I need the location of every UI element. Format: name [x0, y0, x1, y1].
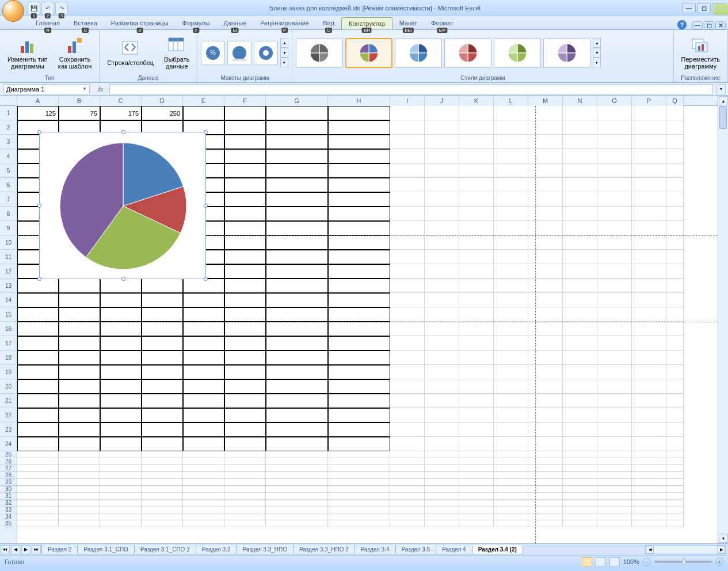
cell-B22[interactable]: [59, 408, 100, 422]
cell-J12[interactable]: [425, 264, 459, 279]
cell-M11[interactable]: [528, 250, 563, 264]
sheet-tab-9[interactable]: Раздел 3.4 (2): [472, 545, 523, 554]
cell-P18[interactable]: [632, 351, 666, 365]
cell-J30[interactable]: [425, 486, 459, 493]
cell-K31[interactable]: [459, 493, 494, 500]
cell-H17[interactable]: [328, 336, 390, 351]
cell-P26[interactable]: [632, 458, 666, 465]
cell-F9[interactable]: [224, 221, 266, 235]
cell-G7[interactable]: [266, 192, 328, 207]
cell-O30[interactable]: [597, 486, 632, 493]
cell-K9[interactable]: [459, 221, 494, 235]
tab-Данные[interactable]: ДанныеЫ: [216, 17, 253, 29]
cell-F33[interactable]: [224, 507, 266, 513]
cell-J17[interactable]: [425, 336, 459, 351]
cell-F12[interactable]: [224, 264, 266, 279]
row-header-3[interactable]: 3: [0, 135, 17, 149]
cell-O25[interactable]: [597, 451, 632, 458]
cell-E17[interactable]: [183, 336, 224, 351]
cell-G13[interactable]: [266, 279, 328, 293]
cell-K20[interactable]: [459, 379, 494, 394]
cell-Q28[interactable]: [666, 472, 684, 479]
cell-O16[interactable]: [597, 322, 632, 336]
cell-M29[interactable]: [528, 479, 563, 486]
cell-L35[interactable]: [494, 520, 528, 527]
cell-I6[interactable]: [390, 178, 425, 192]
cell-M14[interactable]: [528, 293, 563, 307]
view-page-break[interactable]: [609, 557, 620, 566]
row-header-11[interactable]: 11: [0, 250, 17, 264]
cell-B32[interactable]: [59, 500, 100, 507]
row-header-32[interactable]: 32: [0, 500, 17, 507]
sheet-tab-3[interactable]: Раздел 3.2: [196, 545, 237, 554]
cell-Q4[interactable]: [666, 149, 684, 163]
cell-G2[interactable]: [266, 120, 328, 135]
row-header-7[interactable]: 7: [0, 192, 17, 207]
col-header-I[interactable]: I: [390, 96, 425, 106]
cell-I15[interactable]: [390, 307, 425, 322]
row-header-24[interactable]: 24: [0, 437, 17, 451]
cell-N30[interactable]: [563, 486, 597, 493]
cell-H15[interactable]: [328, 307, 390, 322]
cell-L22[interactable]: [494, 408, 528, 422]
cell-A29[interactable]: [17, 479, 59, 486]
cell-F11[interactable]: [224, 250, 266, 264]
cell-A26[interactable]: [17, 458, 59, 465]
row-header-18[interactable]: 18: [0, 351, 17, 365]
cell-Q34[interactable]: [666, 513, 684, 520]
cell-I30[interactable]: [390, 486, 425, 493]
cell-N33[interactable]: [563, 507, 597, 513]
cell-O20[interactable]: [597, 379, 632, 394]
tab-Вставка[interactable]: ВставкаС: [67, 17, 104, 29]
cell-G27[interactable]: [266, 465, 328, 472]
cell-C1[interactable]: 175: [100, 106, 142, 120]
tab-nav-last[interactable]: ⏭: [32, 545, 41, 554]
cell-E32[interactable]: [183, 500, 224, 507]
cell-I29[interactable]: [390, 479, 425, 486]
col-header-K[interactable]: K: [459, 96, 494, 106]
cell-N32[interactable]: [563, 500, 597, 507]
cell-H6[interactable]: [328, 178, 390, 192]
cell-G19[interactable]: [266, 365, 328, 379]
tab-nav-first[interactable]: ⏮: [1, 545, 10, 554]
cell-G10[interactable]: [266, 235, 328, 250]
cell-N13[interactable]: [563, 279, 597, 293]
cell-J22[interactable]: [425, 408, 459, 422]
cell-J35[interactable]: [425, 520, 459, 527]
row-header-21[interactable]: 21: [0, 394, 17, 408]
cell-K26[interactable]: [459, 458, 494, 465]
cell-G4[interactable]: [266, 149, 328, 163]
cell-D26[interactable]: [142, 458, 183, 465]
cell-P11[interactable]: [632, 250, 666, 264]
cell-M26[interactable]: [528, 458, 563, 465]
formula-input[interactable]: [109, 84, 713, 94]
cell-L6[interactable]: [494, 178, 528, 192]
cell-L18[interactable]: [494, 351, 528, 365]
tab-Разметка страницы[interactable]: Разметка страницыЗ: [104, 17, 176, 29]
cell-G24[interactable]: [266, 437, 328, 451]
save-template-button[interactable]: Сохранить как шаблон: [54, 33, 96, 73]
cell-I3[interactable]: [390, 135, 425, 149]
cell-P10[interactable]: [632, 235, 666, 250]
cell-K7[interactable]: [459, 192, 494, 207]
col-header-B[interactable]: B: [59, 96, 100, 106]
cell-P2[interactable]: [632, 120, 666, 135]
fx-icon[interactable]: fx: [92, 86, 109, 93]
row-header-4[interactable]: 4: [0, 149, 17, 163]
cell-F13[interactable]: [224, 279, 266, 293]
cell-G31[interactable]: [266, 493, 328, 500]
col-header-G[interactable]: G: [266, 96, 328, 106]
cell-C17[interactable]: [100, 336, 142, 351]
cell-A20[interactable]: [17, 379, 59, 394]
cell-H12[interactable]: [328, 264, 390, 279]
cell-B18[interactable]: [59, 351, 100, 365]
cell-C28[interactable]: [100, 472, 142, 479]
cell-Q14[interactable]: [666, 293, 684, 307]
cell-Q1[interactable]: [666, 106, 684, 120]
cell-L19[interactable]: [494, 365, 528, 379]
cell-H33[interactable]: [328, 507, 390, 513]
cell-D34[interactable]: [142, 513, 183, 520]
cell-M23[interactable]: [528, 422, 563, 437]
cell-D15[interactable]: [142, 307, 183, 322]
cell-M10[interactable]: [528, 235, 563, 250]
